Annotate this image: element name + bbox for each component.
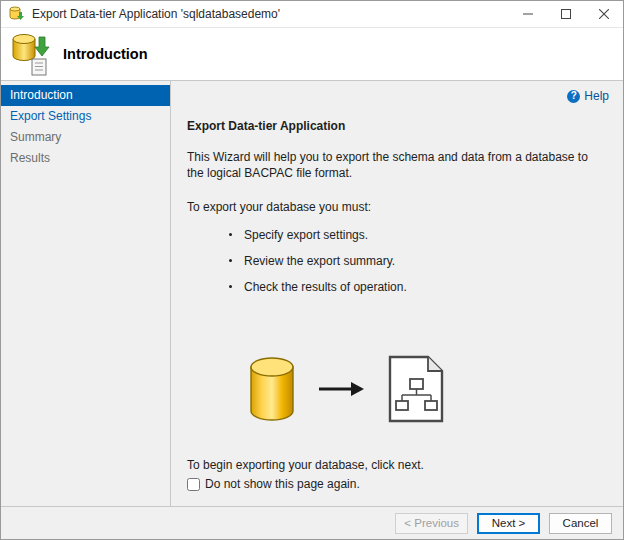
help-icon: ? [567,90,580,103]
bacpac-file-icon [387,354,445,427]
do-not-show-checkbox[interactable] [187,478,200,491]
close-button[interactable] [585,1,623,27]
bullet-icon [229,259,232,262]
minimize-button[interactable] [509,1,547,27]
button-bar: < Previous Next > Cancel [1,506,623,539]
wizard-header: Introduction [1,28,623,81]
page-title: Introduction [63,46,148,62]
help-link[interactable]: ? Help [567,89,609,103]
main-pane: ? Help Export Data-tier Application This… [171,81,623,506]
window-app-icon [9,6,25,22]
window-title: Export Data-tier Application 'sqldatabas… [32,7,509,21]
list-item-label: Review the export summary. [244,254,395,268]
requirements-label: To export your database you must: [187,200,609,214]
export-dac-wizard-window: Export Data-tier Application 'sqldatabas… [0,0,624,540]
sidebar-item-introduction[interactable]: Introduction [1,85,170,106]
previous-button[interactable]: < Previous [395,513,468,534]
list-item: Check the results of operation. [187,280,609,294]
wizard-steps-sidebar: Introduction Export Settings Summary Res… [1,81,171,506]
list-item-label: Specify export settings. [244,228,368,242]
sidebar-item-summary[interactable]: Summary [1,127,170,148]
list-item: Specify export settings. [187,228,609,242]
bullet-icon [229,285,232,288]
list-item: Review the export summary. [187,254,609,268]
export-illustration [249,336,609,444]
content-area: Introduction Export Settings Summary Res… [1,81,623,506]
intro-paragraph: This Wizard will help you to export the … [187,149,607,181]
sidebar-item-results[interactable]: Results [1,148,170,169]
list-item-label: Check the results of operation. [244,280,407,294]
bullet-icon [229,233,232,236]
begin-instruction: To begin exporting your database, click … [187,458,609,472]
database-export-icon [11,32,51,76]
maximize-button[interactable] [547,1,585,27]
arrow-right-icon [317,379,365,402]
do-not-show-label[interactable]: Do not show this page again. [205,477,360,491]
cancel-button[interactable]: Cancel [549,513,612,534]
title-bar: Export Data-tier Application 'sqldatabas… [1,1,623,28]
window-controls [509,1,623,27]
requirements-list: Specify export settings. Review the expo… [187,228,609,294]
section-heading: Export Data-tier Application [187,119,609,133]
help-label: Help [584,89,609,103]
database-cylinder-icon [249,356,295,425]
next-button[interactable]: Next > [477,513,540,534]
sidebar-item-export-settings[interactable]: Export Settings [1,106,170,127]
do-not-show-row: Do not show this page again. [187,477,609,491]
